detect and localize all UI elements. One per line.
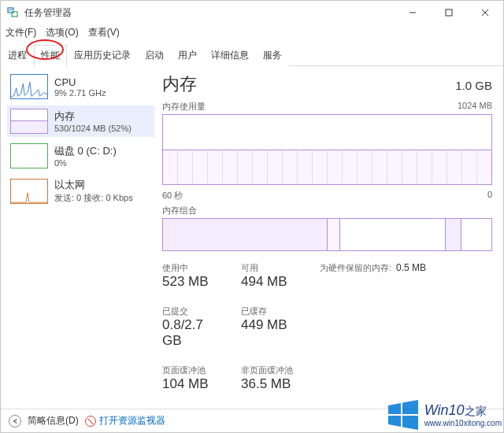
time-axis-right: 0 <box>487 190 492 202</box>
sidebar-ethernet-title: 以太网 <box>54 178 133 192</box>
usage-chart-label: 内存使用量 <box>162 101 206 113</box>
app-icon <box>7 6 20 19</box>
tab-performance[interactable]: 性能 <box>34 45 67 66</box>
stat-paged-value: 104 MB <box>162 376 225 392</box>
stat-available-label: 可用 <box>241 262 304 274</box>
title-bar: 任务管理器 <box>1 1 503 24</box>
memory-composition-chart <box>162 218 492 251</box>
disk-sparkline-icon <box>10 143 48 168</box>
memory-usage-chart <box>162 114 492 185</box>
stat-cached-label: 已缓存 <box>241 305 287 317</box>
sidebar-item-ethernet[interactable]: 以太网 发送: 0 接收: 0 Kbps <box>7 175 154 207</box>
menu-options[interactable]: 选项(O) <box>46 26 78 39</box>
svg-rect-3 <box>446 9 452 16</box>
stat-inuse-label: 使用中 <box>162 262 225 274</box>
sidebar-disk-sub: 0% <box>54 158 117 168</box>
sidebar-item-memory[interactable]: 内存 530/1024 MB (52%) <box>7 105 154 137</box>
tab-services[interactable]: 服务 <box>256 45 289 66</box>
stat-committed-value: 0.8/2.7 GB <box>162 317 225 349</box>
usage-chart-scale: 1024 MB <box>458 101 492 113</box>
cpu-sparkline-icon <box>10 74 48 99</box>
maximize-button[interactable] <box>431 1 467 24</box>
stat-nonpaged-label: 非页面缓冲池 <box>241 365 293 376</box>
sidebar-memory-title: 内存 <box>54 109 132 124</box>
detail-panel: 内存 1.0 GB 内存使用量 1024 MB 60 秒 0 内存组合 使用中 … <box>154 66 503 409</box>
window-title: 任务管理器 <box>24 6 72 20</box>
content-area: CPU 9% 2.71 GHz 内存 530/1024 MB (52%) 磁盘 … <box>1 66 503 409</box>
memory-capacity: 1.0 GB <box>455 79 492 92</box>
tab-startup[interactable]: 启动 <box>138 45 171 66</box>
stat-hwreserved-label: 为硬件保留的内存: <box>320 262 391 274</box>
sidebar-item-cpu[interactable]: CPU 9% 2.71 GHz <box>7 71 154 102</box>
sidebar-ethernet-sub: 发送: 0 接收: 0 Kbps <box>54 192 133 204</box>
ethernet-sparkline-icon <box>10 179 48 204</box>
tab-app-history[interactable]: 应用历史记录 <box>67 45 138 66</box>
time-axis-left: 60 秒 <box>162 190 183 202</box>
sidebar-cpu-title: CPU <box>54 76 106 88</box>
menu-bar: 文件(F) 选项(O) 查看(V) <box>1 24 503 41</box>
tab-users[interactable]: 用户 <box>171 45 204 66</box>
fewer-details-toggle[interactable] <box>9 415 21 427</box>
stat-hwreserved-value: 0.5 MB <box>396 262 426 273</box>
tab-processes[interactable]: 进程 <box>1 45 34 66</box>
sidebar-item-disk[interactable]: 磁盘 0 (C: D:) 0% <box>7 140 154 172</box>
sidebar-disk-title: 磁盘 0 (C: D:) <box>54 144 117 158</box>
memory-sparkline-icon <box>10 109 48 134</box>
close-button[interactable] <box>467 1 503 24</box>
composition-chart-label: 内存组合 <box>162 205 197 216</box>
stat-committed-label: 已提交 <box>162 305 225 317</box>
menu-view[interactable]: 查看(V) <box>88 26 120 39</box>
open-resource-monitor-link[interactable]: 打开资源监视器 <box>85 414 165 427</box>
tab-bar: 进程 性能 应用历史记录 启动 用户 详细信息 服务 <box>1 44 503 66</box>
tab-details[interactable]: 详细信息 <box>204 45 256 66</box>
footer-bar: 简略信息(D) 打开资源监视器 <box>1 409 503 432</box>
stat-cached-value: 449 MB <box>241 317 287 333</box>
stat-inuse-value: 523 MB <box>162 274 225 290</box>
stat-paged-label: 页面缓冲池 <box>162 365 225 376</box>
menu-file[interactable]: 文件(F) <box>6 26 36 39</box>
stat-nonpaged-value: 36.5 MB <box>241 376 293 392</box>
stat-available-value: 494 MB <box>241 274 304 290</box>
open-resmon-label: 打开资源监视器 <box>99 414 165 427</box>
minimize-button[interactable] <box>395 1 431 24</box>
sidebar-memory-sub: 530/1024 MB (52%) <box>54 124 132 133</box>
panel-heading: 内存 <box>162 72 197 96</box>
sidebar-cpu-sub: 9% 2.71 GHz <box>54 88 106 98</box>
fewer-details-label[interactable]: 简略信息(D) <box>28 414 79 427</box>
blocked-icon <box>85 416 96 427</box>
sidebar: CPU 9% 2.71 GHz 内存 530/1024 MB (52%) 磁盘 … <box>1 66 154 409</box>
